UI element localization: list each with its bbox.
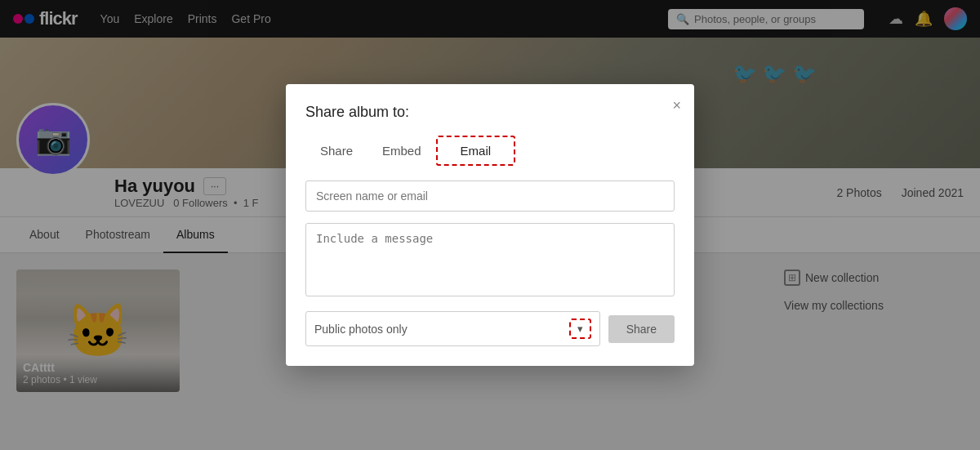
privacy-select-wrap: Public photos only ▾ bbox=[305, 311, 600, 346]
tab-share[interactable]: Share bbox=[305, 136, 368, 166]
tab-embed[interactable]: Embed bbox=[368, 136, 436, 166]
privacy-label: Public photos only bbox=[314, 323, 569, 336]
email-input[interactable] bbox=[305, 180, 675, 212]
share-submit-button[interactable]: Share bbox=[608, 315, 675, 343]
privacy-dropdown-button[interactable]: ▾ bbox=[574, 322, 586, 336]
modal-title: Share album to: bbox=[305, 104, 675, 121]
share-modal: Share album to: × Share Embed Email Publ… bbox=[286, 84, 694, 366]
modal-overlay: Share album to: × Share Embed Email Publ… bbox=[0, 0, 980, 450]
tab-email[interactable]: Email bbox=[446, 139, 506, 163]
modal-close-button[interactable]: × bbox=[672, 97, 681, 114]
modal-bottom-row: Public photos only ▾ Share bbox=[305, 311, 675, 346]
message-input[interactable] bbox=[305, 223, 675, 296]
email-tab-wrapper: Email bbox=[436, 136, 516, 166]
dropdown-button-wrapper: ▾ bbox=[569, 319, 591, 339]
modal-tabs: Share Embed Email bbox=[305, 136, 675, 166]
